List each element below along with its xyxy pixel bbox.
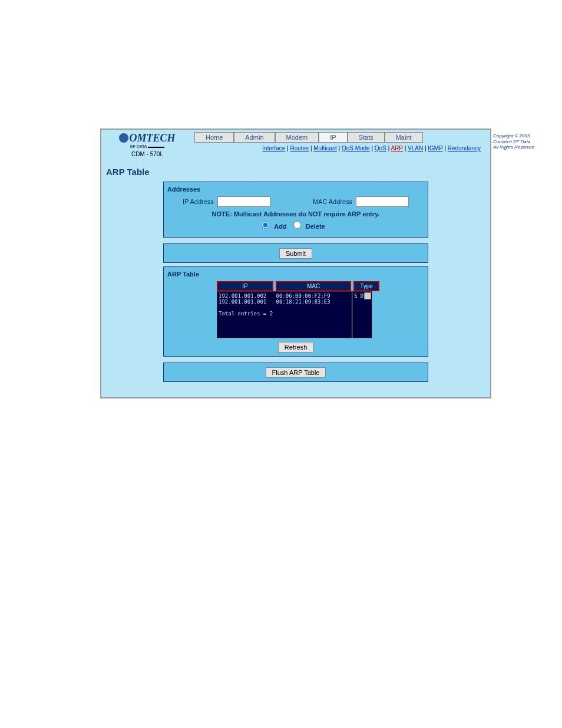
scroll-up-icon[interactable] [364,292,371,299]
subnav-interface[interactable]: Interface [262,145,285,151]
tab-home[interactable]: Home [194,132,234,143]
arp-type-column: S D [352,291,372,338]
brand-logo: OMTECH [106,132,189,144]
add-label: Add [274,223,286,230]
subnav-routes[interactable]: Routes [290,145,309,151]
subnav-igmp[interactable]: IGMP [428,145,442,151]
column-header-mac: MAC [276,281,351,291]
brand-tagline: EF DATA ▬▬▬▬ [106,144,189,149]
flush-arp-button[interactable]: Flush ARP Table [266,367,326,378]
brand-text: OMTECH [129,132,175,144]
delete-radio[interactable] [293,221,301,229]
flush-row: Flush ARP Table [163,363,428,382]
submit-row: Submit [163,243,428,263]
subnav-redundancy[interactable]: Redundancy [448,145,481,151]
column-header-type: Type [353,281,379,291]
page-title: ARP Table [101,160,490,182]
addresses-title: Addresses [167,186,424,193]
submit-button[interactable]: Submit [279,248,312,259]
arp-table-panel: ARP Table IP MAC Type S D Refresh [163,266,428,357]
tab-ip[interactable]: IP [319,132,347,143]
column-header-ip: IP [217,281,273,291]
multicast-note: NOTE: Multicast Addresses do NOT require… [167,210,424,218]
model-label: CDM - 570L [106,151,189,157]
subnav-qos[interactable]: QoS [375,145,386,151]
refresh-button[interactable]: Refresh [278,342,314,353]
arp-table-title: ARP Table [167,271,424,278]
arp-type-values: S D [354,293,363,299]
tab-admin[interactable]: Admin [234,132,275,143]
main-nav: HomeAdminModemIPStatsMaint [194,132,485,143]
subnav-vlan[interactable]: VLAN [408,145,423,151]
tab-maint[interactable]: Maint [385,132,423,143]
tab-modem[interactable]: Modem [275,132,319,143]
mac-address-input[interactable] [356,196,409,207]
copyright-text: Copyright © 2005Comtech EF DataAll Right… [493,133,537,150]
add-radio[interactable] [262,221,269,229]
sub-nav: Interface | Routes | Multicast | QoS Mod… [189,145,481,151]
addresses-panel: Addresses IP Address MAC Address NOTE: M… [163,182,428,238]
subnav-arp[interactable]: ARP [391,145,402,151]
ip-address-label: IP Address [183,198,214,205]
subnav-qos-mode[interactable]: QoS Mode [342,145,370,151]
tab-stats[interactable]: Stats [348,132,385,143]
arp-listing[interactable] [217,291,352,338]
logo-block: OMTECH EF DATA ▬▬▬▬ CDM - 570L [106,132,189,157]
delete-label: Delete [306,223,325,230]
subnav-multicast[interactable]: Multicast [313,145,336,151]
ip-address-input[interactable] [217,196,270,207]
mac-address-label: MAC Address [313,198,352,205]
